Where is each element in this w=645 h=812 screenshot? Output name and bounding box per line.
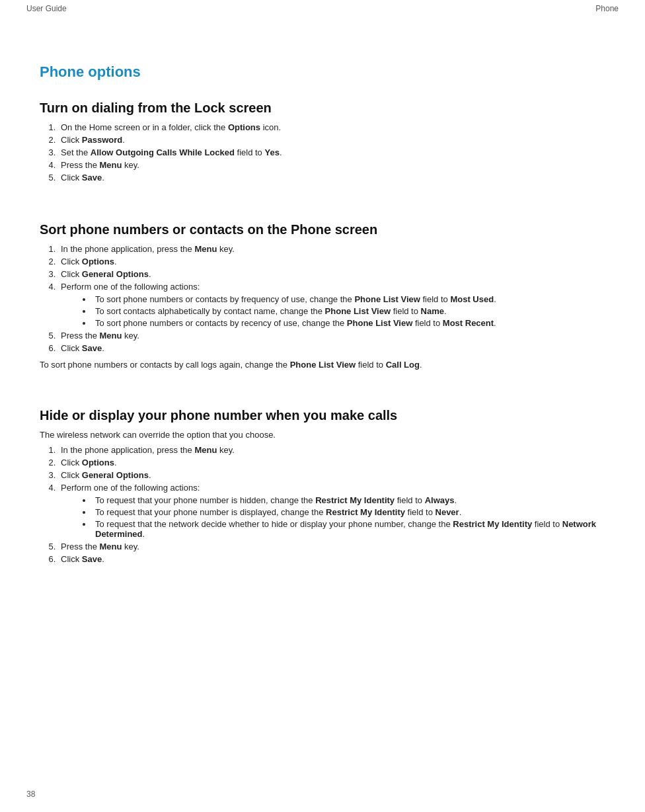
list-item: Click Options. — [58, 458, 605, 467]
list-item: Perform one of the following actions: To… — [58, 483, 605, 539]
list-item: To sort contacts alphabetically by conta… — [93, 306, 605, 316]
header-right: Phone — [595, 4, 619, 13]
header-left: User Guide — [26, 4, 67, 13]
section-intro-3: The wireless network can override the op… — [40, 430, 605, 440]
list-item: Click Options. — [58, 257, 605, 266]
list-item: Click General Options. — [58, 470, 605, 480]
page-title: Phone options — [40, 63, 605, 81]
list-item: Press the Menu key. — [58, 542, 605, 551]
list-item: Click Save. — [58, 173, 605, 183]
bullet-list: To sort phone numbers or contacts by fre… — [93, 294, 605, 328]
list-item: Click Save. — [58, 343, 605, 353]
steps-list-2: In the phone application, press the Menu… — [58, 244, 605, 353]
list-item: Set the Allow Outgoing Calls While Locke… — [58, 147, 605, 157]
list-item: Click General Options. — [58, 269, 605, 279]
list-item: To sort phone numbers or contacts by fre… — [93, 294, 605, 304]
list-item: To request that your phone number is hid… — [93, 495, 605, 505]
sort-note: To sort phone numbers or contacts by cal… — [40, 360, 605, 370]
section-title-2: Sort phone numbers or contacts on the Ph… — [40, 222, 605, 237]
list-item: In the phone application, press the Menu… — [58, 445, 605, 455]
list-item: Click Save. — [58, 554, 605, 564]
list-item: Press the Menu key. — [58, 160, 605, 170]
section-turn-on-dialing: Turn on dialing from the Lock screen On … — [40, 101, 605, 183]
list-item: Perform one of the following actions: To… — [58, 282, 605, 328]
list-item: On the Home screen or in a folder, click… — [58, 122, 605, 132]
steps-list-3: In the phone application, press the Menu… — [58, 445, 605, 564]
list-item: To sort phone numbers or contacts by rec… — [93, 318, 605, 328]
section-hide-display-number: Hide or display your phone number when y… — [40, 408, 605, 564]
page-number: 38 — [26, 790, 35, 799]
main-content: Phone options Turn on dialing from the L… — [0, 17, 645, 610]
section-title-1: Turn on dialing from the Lock screen — [40, 101, 605, 116]
list-item: To request that the network decide wheth… — [93, 519, 605, 539]
list-item: In the phone application, press the Menu… — [58, 244, 605, 254]
bullet-list: To request that your phone number is hid… — [93, 495, 605, 539]
section-title-3: Hide or display your phone number when y… — [40, 408, 605, 423]
list-item: Press the Menu key. — [58, 331, 605, 341]
steps-list-1: On the Home screen or in a folder, click… — [58, 122, 605, 183]
section-sort-phone-numbers: Sort phone numbers or contacts on the Ph… — [40, 222, 605, 370]
list-item: Click Password. — [58, 135, 605, 145]
list-item: To request that your phone number is dis… — [93, 507, 605, 517]
page-header: User Guide Phone — [0, 0, 645, 17]
